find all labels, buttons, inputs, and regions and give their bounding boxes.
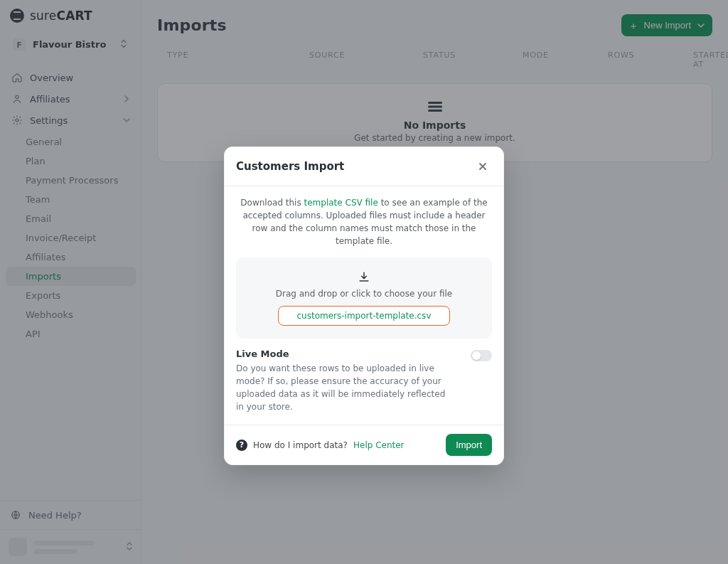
live-mode-row: Live Mode Do you want these rows to be u… [236,348,492,413]
live-desc: Do you want these rows to be uploaded in… [236,362,449,413]
file-dropzone[interactable]: Drag and drop or click to choose your fi… [236,257,492,339]
close-button[interactable] [473,157,492,176]
modal-description: Download this template CSV file to see a… [236,196,492,248]
modal-title: Customers Import [236,160,344,173]
live-left: Live Mode Do you want these rows to be u… [236,348,449,413]
help-question: How do I import data? [253,440,348,450]
modal-footer: ? How do I import data? Help Center Impo… [225,425,503,464]
modal-overlay[interactable]: Customers Import Download this template … [0,0,728,564]
help-icon: ? [236,440,247,451]
template-csv-link[interactable]: template CSV file [304,198,378,208]
selected-file-name: customers-import-template.csv [297,311,432,321]
import-label: Import [456,440,482,450]
help-center-link[interactable]: Help Center [353,440,405,450]
help-line: ? How do I import data? Help Center [236,440,405,451]
live-title: Live Mode [236,348,449,359]
modal-body: Download this template CSV file to see a… [225,186,503,425]
close-icon [478,161,488,171]
download-icon [357,270,371,284]
live-mode-toggle[interactable] [471,350,492,361]
app: sureCART F Flavour Bistro Overview [0,0,728,564]
dropzone-text: Drag and drop or click to choose your fi… [276,289,452,299]
customers-import-modal: Customers Import Download this template … [224,147,504,465]
toggle-knob [472,351,481,360]
modal-header: Customers Import [225,147,503,186]
desc-prefix: Download this [240,198,304,208]
import-button[interactable]: Import [446,434,492,456]
selected-file-chip[interactable]: customers-import-template.csv [278,306,451,326]
